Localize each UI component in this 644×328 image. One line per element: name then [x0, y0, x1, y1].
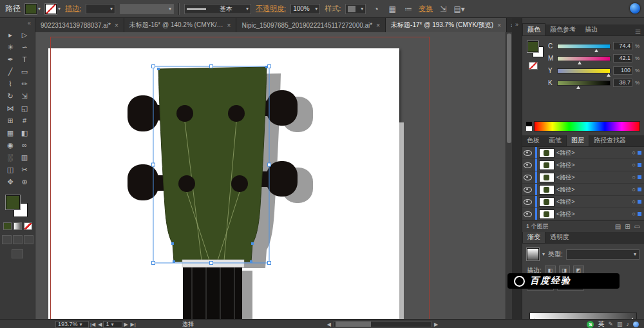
vertical-scrollbar-thumb[interactable] — [507, 34, 511, 143]
document-tab-2[interactable]: 未标题-16* @ 140.2% (CMYK/… × — [124, 18, 237, 32]
layer-target-icon[interactable]: ○ — [632, 162, 636, 168]
rotate-tool[interactable]: ↻ — [3, 91, 17, 102]
symbol-sprayer-tool[interactable]: ░ — [3, 152, 17, 163]
layer-name[interactable]: <路径> — [556, 210, 630, 218]
scroll-left-icon[interactable]: ◀ — [326, 322, 332, 327]
layer-name[interactable]: <路径> — [556, 198, 630, 206]
visibility-toggle[interactable] — [522, 159, 533, 171]
fill-color-swatch[interactable]: ▾ — [25, 4, 41, 14]
stroke-color-swatch[interactable]: ▾ — [45, 4, 61, 14]
screen-mode-button[interactable] — [12, 249, 23, 258]
layer-target-icon[interactable]: ○ — [632, 150, 636, 156]
layer-thumbnail[interactable] — [539, 160, 554, 170]
gradient-thumbnail[interactable] — [527, 248, 539, 260]
lasso-tool[interactable]: ∽ — [17, 42, 32, 53]
shape-builder-tool[interactable]: ⊞ — [3, 115, 17, 126]
document-setup-icon[interactable]: ◔ — [370, 5, 382, 14]
tab-pathfinder[interactable]: 路径查找器 — [589, 135, 630, 146]
type-tool[interactable]: T — [17, 54, 32, 65]
ime-language-label[interactable]: 英 — [598, 320, 604, 328]
slice-tool[interactable]: ✂ — [17, 164, 32, 175]
layer-target-icon[interactable]: ○ — [632, 198, 636, 205]
slider-handle[interactable] — [578, 61, 582, 64]
close-icon[interactable]: × — [115, 22, 118, 29]
selection-tool[interactable]: ▸ — [3, 30, 17, 41]
layer-name[interactable]: <路径> — [556, 161, 630, 169]
fill-proxy-swatch[interactable] — [527, 41, 538, 52]
transform-link[interactable]: 变换 — [419, 4, 433, 14]
gradient-tool[interactable]: ◧ — [17, 128, 32, 139]
layer-thumbnail[interactable] — [539, 148, 554, 158]
scale-tool[interactable]: ⇲ — [17, 91, 32, 102]
scroll-right-icon[interactable]: ▶ — [433, 322, 439, 327]
variable-width-dropdown[interactable]: ▾ — [120, 4, 174, 14]
visibility-toggle[interactable] — [522, 208, 533, 220]
tab-transparency[interactable]: 透明度 — [545, 231, 574, 243]
tab-color[interactable]: 颜色 — [522, 23, 545, 35]
panel-menu-icon[interactable]: ▤▾ — [453, 5, 465, 14]
layer-row[interactable]: <路径> ○ — [522, 184, 644, 196]
layer-name[interactable]: <路径> — [556, 173, 630, 182]
blend-tool[interactable]: ∞ — [17, 140, 32, 151]
visibility-toggle[interactable] — [522, 171, 533, 183]
rectangle-tool[interactable]: ▭ — [17, 66, 32, 77]
stroke-link[interactable]: 描边: — [65, 4, 81, 14]
magenta-value[interactable]: 42.1 — [613, 54, 632, 63]
layer-thumbnail[interactable] — [539, 173, 554, 182]
direct-selection-tool[interactable]: ▷ — [17, 30, 32, 41]
brush-definition-dropdown[interactable]: 基本▾ — [184, 4, 251, 14]
pen-tray-icon[interactable]: ✎ — [608, 321, 613, 327]
layer-row[interactable]: <路径> ○ — [522, 159, 644, 171]
last-artboard-icon[interactable]: ▶| — [129, 322, 137, 327]
tab-stroke[interactable]: 描边 — [580, 24, 602, 35]
column-graph-tool[interactable]: ▥ — [17, 152, 32, 163]
magic-wand-tool[interactable]: ✳ — [3, 42, 17, 53]
color-fill-stroke-proxy[interactable] — [526, 40, 544, 120]
free-transform-tool[interactable]: ◱ — [17, 103, 32, 114]
pen-tool[interactable]: ✒ — [3, 54, 17, 65]
document-tab-4-active[interactable]: 未标题-17* @ 193.7% (CMYK/预览) × — [386, 18, 507, 32]
pencil-tool[interactable]: ✏ — [17, 79, 32, 90]
visibility-toggle[interactable] — [522, 196, 533, 207]
gradient-type-dropdown[interactable]: ▾ — [566, 249, 639, 260]
hand-tool[interactable]: ✥ — [3, 177, 17, 188]
horizontal-scrollbar-thumb[interactable] — [336, 322, 371, 327]
line-segment-tool[interactable]: ╱ — [3, 66, 17, 77]
draw-behind-button[interactable] — [13, 235, 23, 244]
black-white-swatches[interactable] — [526, 122, 532, 131]
tab-gradient[interactable]: 渐变 — [522, 231, 545, 243]
layer-thumbnail[interactable] — [539, 185, 554, 195]
yellow-slider[interactable] — [557, 68, 611, 73]
yellow-value[interactable]: 100 — [613, 66, 632, 75]
color-spectrum-bar[interactable] — [534, 121, 640, 131]
preferences-icon[interactable]: ≔ — [402, 5, 414, 14]
magenta-slider[interactable] — [557, 56, 611, 61]
layer-target-icon[interactable]: ○ — [632, 211, 636, 217]
color-mode-button[interactable] — [3, 222, 12, 230]
none-mode-button[interactable] — [24, 222, 32, 230]
zoom-tool[interactable]: ⊕ — [17, 177, 32, 188]
draw-normal-button[interactable] — [2, 235, 12, 244]
canvas-area[interactable] — [35, 32, 512, 319]
layer-row[interactable]: <路径> ○ — [522, 208, 644, 220]
layer-name[interactable]: <路径> — [556, 186, 630, 194]
document-tab-1[interactable]: 90223134139788037.ai* × — [35, 18, 124, 32]
fill-proxy-swatch[interactable] — [6, 195, 20, 209]
document-tab-3[interactable]: Nipic_15097685_20190222145117272000.ai* … — [236, 18, 386, 32]
slider-handle[interactable] — [607, 73, 611, 77]
prev-artboard-icon[interactable]: ◀ — [97, 322, 103, 327]
fill-stroke-proxy[interactable] — [5, 194, 30, 220]
blue-app-icon[interactable] — [630, 3, 640, 14]
cyan-slider[interactable] — [557, 44, 611, 49]
width-tool[interactable]: ⋈ — [3, 103, 17, 114]
tools-collapse-icon[interactable]: « — [0, 18, 35, 30]
keyboard-tray-icon[interactable]: ▥ — [617, 321, 623, 327]
sound-tray-icon[interactable]: ♪ — [627, 321, 630, 327]
black-slider[interactable] — [557, 81, 611, 86]
draw-inside-button[interactable] — [24, 235, 33, 244]
opacity-link[interactable]: 不透明度: — [256, 4, 286, 14]
tray-app-icon[interactable] — [633, 322, 639, 327]
tab-color-guide[interactable]: 颜色参考 — [545, 24, 580, 35]
stroke-weight-dropdown[interactable]: ▾ — [86, 4, 115, 14]
opacity-field[interactable]: 100%▾ — [290, 4, 320, 14]
